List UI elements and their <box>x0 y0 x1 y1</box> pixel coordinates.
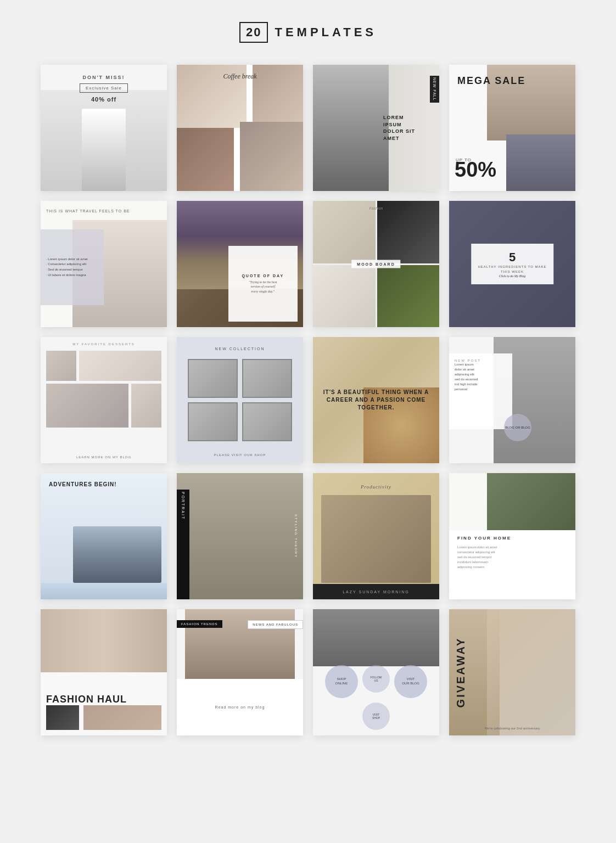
template-card-2[interactable]: Coffee break <box>177 65 303 191</box>
fashion-label1: FASHION TRENDS <box>177 620 222 628</box>
lorem-text: LOREMIPSUMDOLOR SITAMET <box>383 114 434 142</box>
laptop-sub: LAZY SUNDAY MORNING <box>343 590 410 594</box>
blog-or-blog: BLOG OR BLOG <box>504 414 531 441</box>
adventures-title: ADVENTURES BEGIN! <box>49 481 117 488</box>
giveaway-sub: We're celebrating our 2nd anniversary <box>449 727 575 730</box>
template-card-7[interactable]: Fashion MOOD BOARD <box>313 201 439 327</box>
template-card-11[interactable]: IT'S A BEAUTIFUL THING WHEN A CAREER AND… <box>313 337 439 463</box>
template-card-13[interactable]: ADVENTURES BEGIN! <box>41 473 167 599</box>
sale-percent: 50% <box>455 159 496 180</box>
page-header: 20 TEMPLATES <box>239 22 377 43</box>
blog-text: Lorem ipsumdolor sit ametadipiscing elit… <box>455 362 507 392</box>
fashion-label2: NEWS AND FABULOUS <box>248 620 303 629</box>
mood-label: MOOD BOARD <box>351 260 400 268</box>
percent-text: 40% off <box>41 96 167 103</box>
template-card-10[interactable]: NEW COLLECTION PLEASE VISIT OUR SHOP <box>177 337 303 463</box>
template-card-20[interactable]: GIVEAWAY We're celebrating our 2nd anniv… <box>449 609 575 735</box>
collection-cta: PLEASE VISIT OUR SHOP <box>177 453 303 457</box>
template-card-12[interactable]: NEW POST Lorem ipsumdolor sit ametadipis… <box>449 337 575 463</box>
desserts-cta: LEARN MORE ON MY BLOG <box>41 456 167 459</box>
template-card-3[interactable]: LOREMIPSUMDOLOR SITAMET NEW FALL <box>313 65 439 191</box>
ingredient-cta: Click to do My Blog <box>475 274 549 278</box>
giveaway-title: GIVEAWAY <box>455 637 467 708</box>
haul-title: FASHION HAUL <box>46 694 127 705</box>
template-card-19[interactable]: SHOPONLINE FOLLOWUS VISITOUR BLOG VISITS… <box>313 609 439 735</box>
template-card-8[interactable]: 5 HEALTHY INGREDIENTS TO MAKE THIS WEEK … <box>449 201 575 327</box>
ingredient-text: HEALTHY INGREDIENTS TO MAKE THIS WEEK <box>475 265 549 274</box>
coffee-title: Coffee break <box>177 72 303 81</box>
beautiful-quote: IT'S A BEAUTIFUL THING WHEN A CAREER AND… <box>322 389 430 412</box>
circle-3: VISITOUR BLOG <box>394 665 427 698</box>
template-card-4[interactable]: MEGA SALE UP TO 50% <box>449 65 575 191</box>
template-card-14[interactable]: PORTRAIT STYLING THEORY <box>177 473 303 599</box>
header-title: TEMPLATES <box>275 25 377 40</box>
template-card-15[interactable]: Productivity LAZY SUNDAY MORNING <box>313 473 439 599</box>
fashion-cta: Read more on my blog <box>215 705 265 709</box>
ingredient-number: 5 <box>475 250 549 265</box>
portrait-label: PORTRAIT <box>177 490 189 599</box>
new-tag: NEW FALL <box>430 76 439 103</box>
dont-miss-text: DON'T MISS! <box>41 75 167 80</box>
quote-text: "Trying to be the bestversion of yoursel… <box>233 280 294 294</box>
laptop-title: Productivity <box>313 484 439 490</box>
number-box: 20 <box>239 22 268 43</box>
mood-subtitle: Fashion <box>313 206 439 210</box>
template-card-6[interactable]: QUOTE OF DAY "Trying to be the bestversi… <box>177 201 303 327</box>
header-number: 20 <box>246 25 261 39</box>
circle-1: SHOPONLINE <box>325 665 358 698</box>
plant-title: FIND YOUR HOME <box>457 536 567 541</box>
template-grid: DON'T MISS! Exclusive Sale 40% off Coffe… <box>41 65 575 735</box>
template-card-9[interactable]: MY FAVORITE DESSERTS LEARN MORE ON MY BL… <box>41 337 167 463</box>
desserts-title: MY FAVORITE DESSERTS <box>41 342 167 346</box>
travel-top: THIS IS WHAT TRAVEL FEELS TO BE <box>46 209 130 213</box>
mega-sale-title: MEGA SALE <box>457 76 525 86</box>
circle-2: FOLLOWUS <box>362 665 390 693</box>
circle-4: VISITSHOP <box>362 702 390 730</box>
exclusive-sale: Exclusive Sale <box>80 83 128 93</box>
template-card-1[interactable]: DON'T MISS! Exclusive Sale 40% off <box>41 65 167 191</box>
portrait-text: STYLING THEORY <box>294 514 298 558</box>
plant-text: Lorem ipsum dolor sit ametconsectetur ad… <box>457 545 567 570</box>
travel-text: · Lorem ipsum dolor sit amet· Consectetu… <box>46 257 98 278</box>
template-card-5[interactable]: · Lorem ipsum dolor sit amet· Consectetu… <box>41 201 167 327</box>
quote-title: QUOTE OF DAY <box>233 274 294 278</box>
template-card-16[interactable]: FIND YOUR HOME Lorem ipsum dolor sit ame… <box>449 473 575 599</box>
template-card-18[interactable]: FASHION TRENDS NEWS AND FABULOUS Read mo… <box>177 609 303 735</box>
template-card-17[interactable]: FASHION HAUL <box>41 609 167 735</box>
collection-title: NEW COLLECTION <box>177 347 303 351</box>
